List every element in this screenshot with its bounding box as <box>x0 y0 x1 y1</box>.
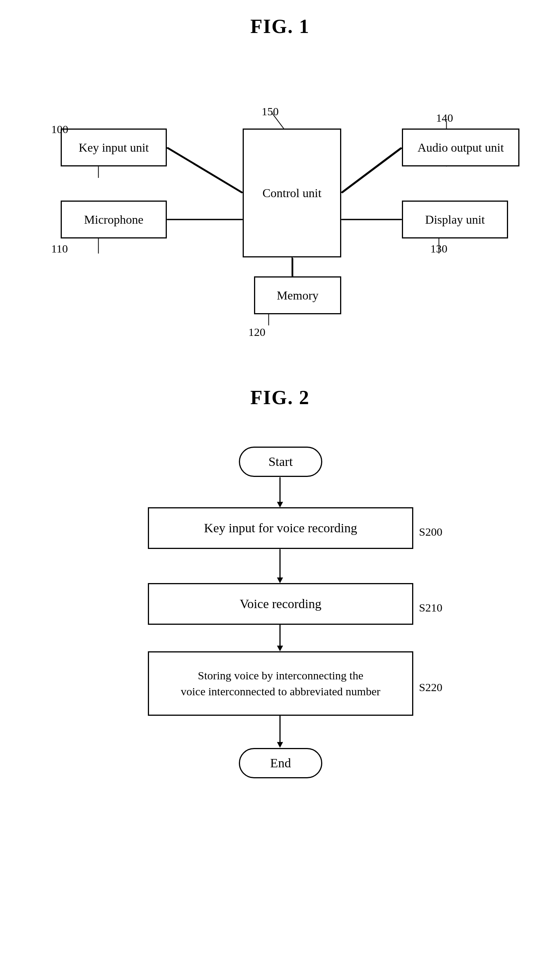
label-110: 110 <box>51 242 68 255</box>
key-input-block: Key input unit <box>61 128 167 166</box>
memory-block: Memory <box>254 276 341 314</box>
svg-line-8 <box>340 148 401 193</box>
key-input-flow-label: Key input for voice recording <box>204 521 357 535</box>
step-s200: S200 <box>419 526 442 538</box>
label-100: 100 <box>51 123 68 136</box>
microphone-label: Microphone <box>84 213 143 227</box>
audio-output-label: Audio output unit <box>417 141 504 155</box>
svg-line-6 <box>167 148 242 193</box>
control-unit-block: Control unit <box>243 128 341 258</box>
svg-marker-18 <box>277 502 283 507</box>
label-130: 130 <box>430 242 447 255</box>
svg-marker-20 <box>277 577 283 583</box>
label-120: 120 <box>248 326 265 339</box>
display-unit-label: Display unit <box>425 213 485 227</box>
start-node: Start <box>239 447 322 477</box>
memory-label: Memory <box>277 288 318 303</box>
key-input-label: Key input unit <box>79 141 149 155</box>
fig1-title: FIG. 1 <box>23 15 537 38</box>
audio-output-block: Audio output unit <box>402 128 520 166</box>
label-150: 150 <box>262 105 279 118</box>
storing-voice-block: Storing voice by interconnecting the voi… <box>148 651 413 716</box>
fig2-title: FIG. 2 <box>23 386 537 409</box>
voice-recording-block: Voice recording <box>148 583 413 625</box>
start-label: Start <box>268 454 293 469</box>
end-label: End <box>270 756 291 770</box>
label-140: 140 <box>436 111 453 124</box>
step-s220: S220 <box>419 681 442 694</box>
end-node: End <box>239 748 322 778</box>
svg-line-2 <box>342 148 403 193</box>
microphone-block: Microphone <box>61 201 167 238</box>
svg-line-0 <box>168 148 243 193</box>
svg-marker-22 <box>277 646 283 651</box>
fig2-flowchart: Start Key input for voice recording S200… <box>23 431 537 830</box>
display-unit-block: Display unit <box>402 201 508 238</box>
control-unit-label: Control unit <box>262 186 322 200</box>
step-s210: S210 <box>419 601 442 614</box>
storing-voice-label: Storing voice by interconnecting the voi… <box>181 667 380 699</box>
fig1-diagram: Control unit Key input unit Microphone A… <box>23 60 537 356</box>
svg-marker-24 <box>277 742 283 748</box>
key-input-flow-block: Key input for voice recording <box>148 507 413 549</box>
voice-recording-label: Voice recording <box>240 597 322 611</box>
